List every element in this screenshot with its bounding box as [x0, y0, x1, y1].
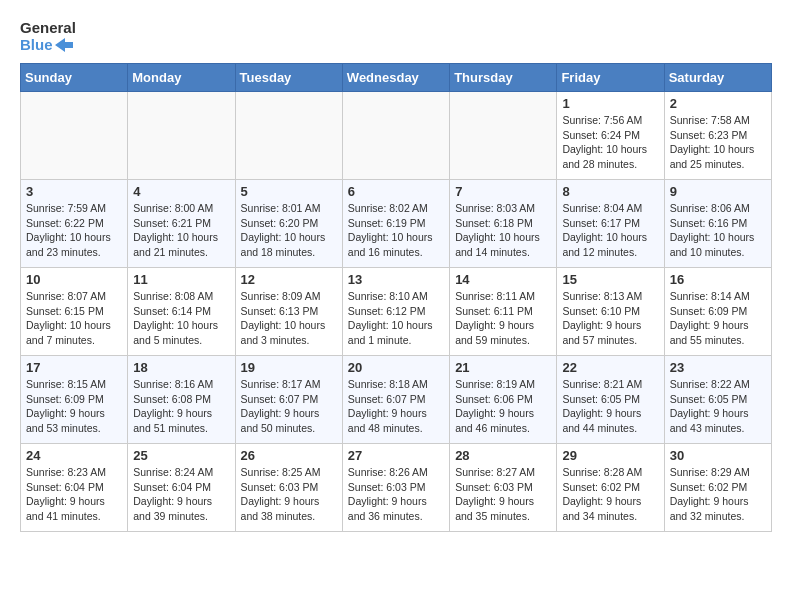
calendar-cell: 11Sunrise: 8:08 AMSunset: 6:14 PMDayligh…	[128, 268, 235, 356]
day-info: Sunrise: 7:58 AMSunset: 6:23 PMDaylight:…	[670, 113, 766, 172]
day-number: 1	[562, 96, 658, 111]
day-info: Sunrise: 8:02 AMSunset: 6:19 PMDaylight:…	[348, 201, 444, 260]
day-number: 14	[455, 272, 551, 287]
calendar-cell: 24Sunrise: 8:23 AMSunset: 6:04 PMDayligh…	[21, 444, 128, 532]
calendar-week-4: 17Sunrise: 8:15 AMSunset: 6:09 PMDayligh…	[21, 356, 772, 444]
calendar-cell: 5Sunrise: 8:01 AMSunset: 6:20 PMDaylight…	[235, 180, 342, 268]
day-number: 25	[133, 448, 229, 463]
calendar-week-5: 24Sunrise: 8:23 AMSunset: 6:04 PMDayligh…	[21, 444, 772, 532]
day-number: 5	[241, 184, 337, 199]
calendar-cell: 6Sunrise: 8:02 AMSunset: 6:19 PMDaylight…	[342, 180, 449, 268]
day-info: Sunrise: 8:24 AMSunset: 6:04 PMDaylight:…	[133, 465, 229, 524]
calendar-cell: 25Sunrise: 8:24 AMSunset: 6:04 PMDayligh…	[128, 444, 235, 532]
day-number: 27	[348, 448, 444, 463]
day-info: Sunrise: 8:28 AMSunset: 6:02 PMDaylight:…	[562, 465, 658, 524]
day-info: Sunrise: 8:04 AMSunset: 6:17 PMDaylight:…	[562, 201, 658, 260]
col-header-tuesday: Tuesday	[235, 64, 342, 92]
calendar-header-row: SundayMondayTuesdayWednesdayThursdayFrid…	[21, 64, 772, 92]
day-info: Sunrise: 8:27 AMSunset: 6:03 PMDaylight:…	[455, 465, 551, 524]
day-number: 8	[562, 184, 658, 199]
calendar-cell	[450, 92, 557, 180]
calendar-cell: 3Sunrise: 7:59 AMSunset: 6:22 PMDaylight…	[21, 180, 128, 268]
calendar-cell: 30Sunrise: 8:29 AMSunset: 6:02 PMDayligh…	[664, 444, 771, 532]
col-header-friday: Friday	[557, 64, 664, 92]
calendar-cell: 9Sunrise: 8:06 AMSunset: 6:16 PMDaylight…	[664, 180, 771, 268]
calendar-table: SundayMondayTuesdayWednesdayThursdayFrid…	[20, 63, 772, 532]
calendar-week-2: 3Sunrise: 7:59 AMSunset: 6:22 PMDaylight…	[21, 180, 772, 268]
day-number: 20	[348, 360, 444, 375]
calendar-cell: 29Sunrise: 8:28 AMSunset: 6:02 PMDayligh…	[557, 444, 664, 532]
day-info: Sunrise: 8:00 AMSunset: 6:21 PMDaylight:…	[133, 201, 229, 260]
calendar-cell	[342, 92, 449, 180]
logo: General Blue	[20, 20, 76, 53]
calendar-cell: 23Sunrise: 8:22 AMSunset: 6:05 PMDayligh…	[664, 356, 771, 444]
day-number: 9	[670, 184, 766, 199]
day-info: Sunrise: 8:19 AMSunset: 6:06 PMDaylight:…	[455, 377, 551, 436]
calendar-week-1: 1Sunrise: 7:56 AMSunset: 6:24 PMDaylight…	[21, 92, 772, 180]
day-number: 11	[133, 272, 229, 287]
calendar-cell: 2Sunrise: 7:58 AMSunset: 6:23 PMDaylight…	[664, 92, 771, 180]
day-info: Sunrise: 8:14 AMSunset: 6:09 PMDaylight:…	[670, 289, 766, 348]
day-number: 7	[455, 184, 551, 199]
col-header-saturday: Saturday	[664, 64, 771, 92]
day-info: Sunrise: 8:03 AMSunset: 6:18 PMDaylight:…	[455, 201, 551, 260]
day-info: Sunrise: 8:23 AMSunset: 6:04 PMDaylight:…	[26, 465, 122, 524]
calendar-cell: 4Sunrise: 8:00 AMSunset: 6:21 PMDaylight…	[128, 180, 235, 268]
calendar-cell: 28Sunrise: 8:27 AMSunset: 6:03 PMDayligh…	[450, 444, 557, 532]
calendar-cell	[128, 92, 235, 180]
day-number: 4	[133, 184, 229, 199]
day-info: Sunrise: 8:08 AMSunset: 6:14 PMDaylight:…	[133, 289, 229, 348]
day-info: Sunrise: 8:13 AMSunset: 6:10 PMDaylight:…	[562, 289, 658, 348]
col-header-monday: Monday	[128, 64, 235, 92]
page-header: General Blue	[20, 20, 772, 53]
calendar-cell: 14Sunrise: 8:11 AMSunset: 6:11 PMDayligh…	[450, 268, 557, 356]
day-number: 22	[562, 360, 658, 375]
day-number: 26	[241, 448, 337, 463]
day-number: 28	[455, 448, 551, 463]
calendar-cell: 15Sunrise: 8:13 AMSunset: 6:10 PMDayligh…	[557, 268, 664, 356]
calendar-cell: 22Sunrise: 8:21 AMSunset: 6:05 PMDayligh…	[557, 356, 664, 444]
calendar-cell: 16Sunrise: 8:14 AMSunset: 6:09 PMDayligh…	[664, 268, 771, 356]
calendar-cell: 17Sunrise: 8:15 AMSunset: 6:09 PMDayligh…	[21, 356, 128, 444]
calendar-cell	[235, 92, 342, 180]
logo-general: General	[20, 20, 76, 37]
day-info: Sunrise: 7:59 AMSunset: 6:22 PMDaylight:…	[26, 201, 122, 260]
day-number: 23	[670, 360, 766, 375]
calendar-cell: 19Sunrise: 8:17 AMSunset: 6:07 PMDayligh…	[235, 356, 342, 444]
day-number: 30	[670, 448, 766, 463]
svg-marker-0	[55, 38, 73, 52]
day-info: Sunrise: 8:07 AMSunset: 6:15 PMDaylight:…	[26, 289, 122, 348]
day-number: 3	[26, 184, 122, 199]
calendar-cell: 18Sunrise: 8:16 AMSunset: 6:08 PMDayligh…	[128, 356, 235, 444]
day-number: 13	[348, 272, 444, 287]
day-number: 6	[348, 184, 444, 199]
logo-blue: Blue	[20, 37, 76, 54]
day-info: Sunrise: 8:17 AMSunset: 6:07 PMDaylight:…	[241, 377, 337, 436]
calendar-cell: 21Sunrise: 8:19 AMSunset: 6:06 PMDayligh…	[450, 356, 557, 444]
day-info: Sunrise: 8:11 AMSunset: 6:11 PMDaylight:…	[455, 289, 551, 348]
day-number: 15	[562, 272, 658, 287]
col-header-thursday: Thursday	[450, 64, 557, 92]
day-info: Sunrise: 8:06 AMSunset: 6:16 PMDaylight:…	[670, 201, 766, 260]
logo-wordmark: General Blue	[20, 20, 76, 53]
calendar-cell	[21, 92, 128, 180]
day-number: 17	[26, 360, 122, 375]
calendar-cell: 1Sunrise: 7:56 AMSunset: 6:24 PMDaylight…	[557, 92, 664, 180]
calendar-cell: 10Sunrise: 8:07 AMSunset: 6:15 PMDayligh…	[21, 268, 128, 356]
day-info: Sunrise: 8:01 AMSunset: 6:20 PMDaylight:…	[241, 201, 337, 260]
day-number: 21	[455, 360, 551, 375]
day-number: 10	[26, 272, 122, 287]
day-info: Sunrise: 8:18 AMSunset: 6:07 PMDaylight:…	[348, 377, 444, 436]
logo-arrow-icon	[55, 38, 73, 52]
calendar-cell: 12Sunrise: 8:09 AMSunset: 6:13 PMDayligh…	[235, 268, 342, 356]
day-info: Sunrise: 8:10 AMSunset: 6:12 PMDaylight:…	[348, 289, 444, 348]
day-info: Sunrise: 8:09 AMSunset: 6:13 PMDaylight:…	[241, 289, 337, 348]
day-info: Sunrise: 8:15 AMSunset: 6:09 PMDaylight:…	[26, 377, 122, 436]
calendar-week-3: 10Sunrise: 8:07 AMSunset: 6:15 PMDayligh…	[21, 268, 772, 356]
day-info: Sunrise: 8:25 AMSunset: 6:03 PMDaylight:…	[241, 465, 337, 524]
day-number: 19	[241, 360, 337, 375]
day-info: Sunrise: 8:26 AMSunset: 6:03 PMDaylight:…	[348, 465, 444, 524]
calendar-cell: 26Sunrise: 8:25 AMSunset: 6:03 PMDayligh…	[235, 444, 342, 532]
col-header-sunday: Sunday	[21, 64, 128, 92]
day-info: Sunrise: 8:22 AMSunset: 6:05 PMDaylight:…	[670, 377, 766, 436]
